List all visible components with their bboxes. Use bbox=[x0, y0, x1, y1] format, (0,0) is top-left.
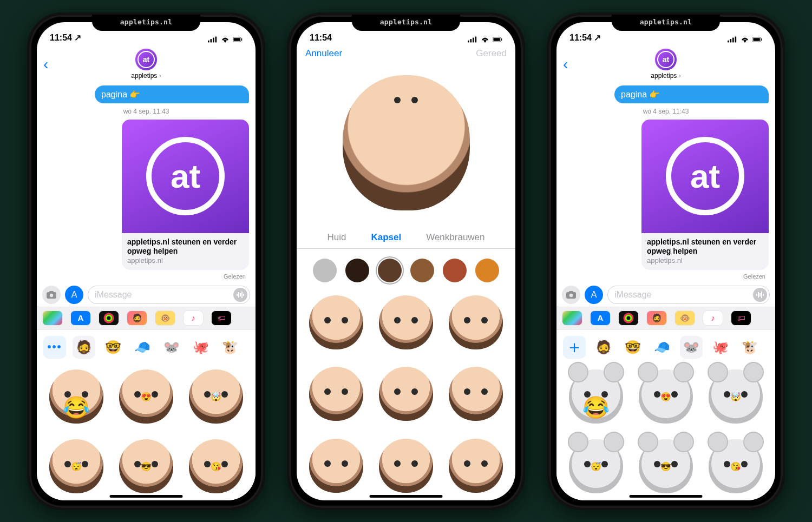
back-button[interactable]: ‹ bbox=[563, 56, 568, 73]
hairstyle-option-4[interactable] bbox=[303, 360, 370, 428]
app-activity[interactable] bbox=[99, 310, 119, 326]
sticker-grid[interactable]: 😂 😍 🤯 😴 😎 😘 bbox=[562, 363, 770, 500]
hairstyle-option-9[interactable] bbox=[442, 432, 509, 499]
memoji-selector-row[interactable]: ••• 🧔 🤓 🧢 🐭 🐙 🐮 bbox=[42, 334, 250, 361]
hairstyle-grid[interactable] bbox=[297, 289, 515, 500]
hair-color-2[interactable] bbox=[345, 259, 369, 282]
link-preview-card[interactable]: at appletips.nl steunen en verder opweg … bbox=[122, 120, 249, 270]
memoji-avatar-3[interactable]: 🧢 bbox=[651, 336, 673, 359]
home-indicator[interactable] bbox=[370, 495, 443, 498]
animoji-cow[interactable]: 🐮 bbox=[219, 336, 241, 359]
svg-rect-6 bbox=[241, 38, 242, 40]
app-store-button[interactable]: A bbox=[585, 286, 603, 304]
svg-rect-17 bbox=[468, 40, 469, 42]
contact-name[interactable]: appletips bbox=[651, 72, 680, 80]
hairstyle-option-7[interactable] bbox=[303, 432, 370, 499]
app-memoji[interactable]: 🧔 bbox=[646, 310, 667, 326]
home-indicator[interactable] bbox=[630, 495, 703, 498]
imessage-app-strip[interactable]: A 🧔 🐵 ♪ 🏷 bbox=[37, 307, 256, 329]
app-animoji[interactable]: 🐵 bbox=[675, 310, 695, 326]
hair-color-row[interactable] bbox=[297, 249, 515, 289]
memoji-avatar-1[interactable]: 🧔 bbox=[592, 336, 615, 359]
app-music[interactable]: ♪ bbox=[703, 310, 723, 326]
hair-color-3-selected[interactable] bbox=[378, 259, 402, 282]
app-other[interactable]: 🏷 bbox=[731, 310, 751, 326]
audio-message-button[interactable] bbox=[233, 288, 247, 302]
memoji-preview[interactable] bbox=[297, 59, 515, 227]
animoji-mouse-selected[interactable]: 🐭 bbox=[680, 336, 703, 359]
sticker-cool[interactable]: 😎 bbox=[112, 433, 180, 500]
memoji-selector-row[interactable]: ＋ 🧔 🤓 🧢 🐭 🐙 🐮 bbox=[562, 334, 770, 361]
hair-color-1[interactable] bbox=[313, 259, 337, 282]
app-photos[interactable] bbox=[42, 310, 63, 326]
app-store[interactable]: A bbox=[590, 310, 611, 326]
sticker-laugh-cry[interactable]: 😂 bbox=[562, 363, 630, 431]
animoji-cow[interactable]: 🐮 bbox=[738, 336, 761, 359]
sticker-heart-eyes[interactable]: 😍 bbox=[112, 363, 180, 431]
memoji-more-button[interactable]: ••• bbox=[43, 336, 66, 359]
memoji-avatar-2[interactable]: 🤓 bbox=[621, 336, 644, 359]
memoji-avatar-3[interactable]: 🧢 bbox=[131, 336, 154, 359]
animoji-octopus[interactable]: 🐙 bbox=[709, 336, 732, 359]
hair-color-4[interactable] bbox=[410, 259, 434, 282]
imessage-app-strip[interactable]: A 🧔 🐵 ♪ 🏷 bbox=[556, 307, 775, 329]
memoji-avatar-1[interactable]: 🧔 bbox=[73, 336, 95, 359]
animoji-octopus[interactable]: 🐙 bbox=[189, 336, 212, 359]
app-animoji[interactable]: 🐵 bbox=[155, 310, 175, 326]
message-input[interactable]: iMessage bbox=[88, 286, 250, 304]
chat-transcript[interactable]: pagina 👉 wo 4 sep. 11:43 at appletips.nl… bbox=[37, 84, 256, 283]
sticker-sleep[interactable]: 😴 bbox=[42, 433, 110, 500]
hair-color-5[interactable] bbox=[443, 259, 467, 282]
app-store[interactable]: A bbox=[70, 310, 91, 326]
outgoing-message[interactable]: pagina 👉 bbox=[614, 85, 769, 103]
memoji-drawer[interactable]: ＋ 🧔 🤓 🧢 🐭 🐙 🐮 😂 😍 🤯 😴 😎 😘 bbox=[556, 329, 775, 500]
animoji-mouse[interactable]: 🐭 bbox=[160, 336, 183, 359]
contact-avatar[interactable]: at bbox=[135, 48, 158, 71]
done-button[interactable]: Gereed bbox=[476, 48, 507, 59]
tab-skin[interactable]: Huid bbox=[327, 232, 346, 243]
hairstyle-option-6[interactable] bbox=[442, 360, 509, 428]
sticker-mind-blown[interactable]: 🤯 bbox=[702, 363, 770, 431]
sticker-mind-blown[interactable]: 🤯 bbox=[182, 363, 250, 431]
hairstyle-option-8[interactable] bbox=[373, 432, 440, 499]
app-music[interactable]: ♪ bbox=[183, 310, 204, 326]
sticker-grid[interactable]: 😂 😍 🤯 😴 😎 😘 bbox=[42, 363, 250, 500]
memoji-drawer[interactable]: ••• 🧔 🤓 🧢 🐭 🐙 🐮 😂 😍 🤯 😴 😎 😘 bbox=[37, 329, 256, 500]
hair-color-6[interactable] bbox=[475, 259, 499, 282]
sticker-cool[interactable]: 😎 bbox=[632, 433, 699, 500]
hairstyle-option-5[interactable] bbox=[373, 360, 440, 428]
sticker-sleep[interactable]: 😴 bbox=[562, 433, 630, 500]
camera-button[interactable] bbox=[562, 286, 580, 304]
app-activity[interactable] bbox=[618, 310, 639, 326]
app-store-button[interactable]: A bbox=[65, 286, 83, 304]
outgoing-message[interactable]: pagina 👉 bbox=[95, 85, 249, 103]
phone-1-messages-memoji: appletips.nl 11:54 ↗ ‹ at appletips pagi… bbox=[27, 12, 265, 510]
svg-rect-34 bbox=[756, 294, 757, 296]
cancel-button[interactable]: Annuleer bbox=[305, 48, 342, 59]
chat-transcript[interactable]: pagina 👉 wo 4 sep. 11:43 at appletips.nl… bbox=[556, 84, 775, 283]
camera-button[interactable] bbox=[42, 286, 61, 304]
back-button[interactable]: ‹ bbox=[43, 56, 48, 73]
sticker-kiss[interactable]: 😘 bbox=[182, 433, 250, 500]
memoji-new-button[interactable]: ＋ bbox=[563, 336, 586, 359]
sticker-heart-eyes[interactable]: 😍 bbox=[632, 363, 699, 431]
tab-hairstyle[interactable]: Kapsel bbox=[371, 232, 401, 243]
compose-row: A iMessage bbox=[37, 283, 256, 307]
hairstyle-option-2[interactable] bbox=[373, 289, 440, 356]
app-other[interactable]: 🏷 bbox=[211, 310, 232, 326]
message-input[interactable]: iMessage bbox=[607, 286, 770, 304]
hairstyle-option-1[interactable] bbox=[303, 289, 370, 356]
contact-name[interactable]: appletips bbox=[131, 72, 161, 80]
tab-eyebrows[interactable]: Wenkbrauwen bbox=[426, 232, 484, 243]
editor-tabs[interactable]: Huid Kapsel Wenkbrauwen bbox=[297, 227, 515, 249]
app-memoji[interactable]: 🧔 bbox=[127, 310, 147, 326]
contact-avatar[interactable]: at bbox=[654, 48, 677, 71]
link-preview-card[interactable]: at appletips.nl steunen en verder opweg … bbox=[641, 120, 769, 270]
home-indicator[interactable] bbox=[110, 495, 183, 498]
app-photos[interactable] bbox=[562, 310, 582, 326]
audio-message-button[interactable] bbox=[753, 288, 767, 302]
memoji-avatar-2[interactable]: 🤓 bbox=[102, 336, 125, 359]
hairstyle-option-3[interactable] bbox=[442, 289, 509, 356]
sticker-laugh-cry[interactable]: 😂 bbox=[42, 363, 110, 431]
sticker-kiss[interactable]: 😘 bbox=[702, 433, 770, 500]
